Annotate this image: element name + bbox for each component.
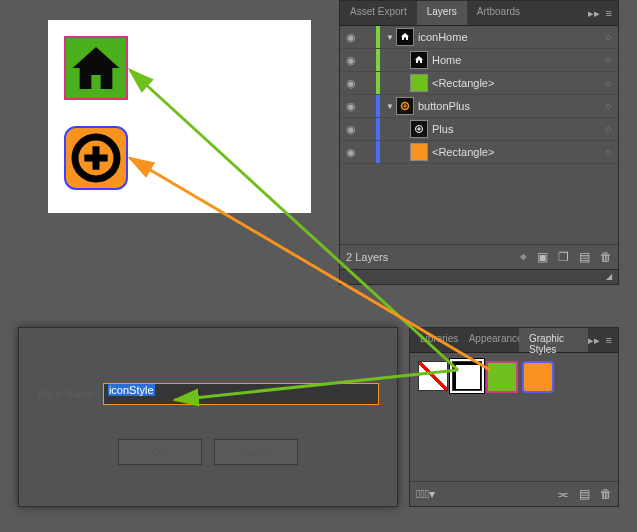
layer-thumb (396, 28, 414, 46)
visibility-icon[interactable]: ◉ (340, 100, 362, 113)
new-layer-icon[interactable]: ▤ (579, 250, 590, 264)
tab-graphic-styles[interactable]: Graphic Styles (519, 328, 588, 352)
layer-row[interactable]: ◉ ▼ buttonPlus ○ (340, 95, 618, 118)
target-icon[interactable]: ○ (598, 31, 618, 43)
twisty-icon[interactable]: ▼ (384, 102, 396, 111)
icon-home-art[interactable] (64, 36, 128, 100)
layer-name[interactable]: <Rectangle> (432, 77, 598, 89)
libraries-menu-icon[interactable]: �⃞⃞▾ (416, 487, 435, 501)
layer-row[interactable]: ◉ ▼ iconHome ○ (340, 26, 618, 49)
style-name-input[interactable]: iconStyle (103, 383, 379, 405)
swatch-default[interactable] (452, 361, 482, 391)
panel-menu-icon[interactable]: ≡ (606, 7, 612, 19)
tab-layers[interactable]: Layers (417, 1, 467, 25)
tab-libraries[interactable]: Libraries (410, 328, 459, 352)
trash-icon[interactable]: 🗑 (600, 487, 612, 501)
layer-thumb (410, 143, 428, 161)
graphic-style-options-dialog: Graphic Style Options Style Name: iconSt… (18, 327, 398, 507)
ok-button[interactable]: OK (118, 439, 202, 465)
visibility-icon[interactable]: ◉ (340, 54, 362, 67)
button-plus-art[interactable] (64, 126, 128, 190)
layer-thumb (396, 97, 414, 115)
trash-icon[interactable]: 🗑 (600, 250, 612, 264)
layer-row[interactable]: ◉ Plus ○ (340, 118, 618, 141)
layer-name[interactable]: <Rectangle> (432, 146, 598, 158)
visibility-icon[interactable]: ◉ (340, 146, 362, 159)
locate-icon[interactable]: ⌖ (520, 250, 527, 264)
layer-count: 2 Layers (346, 251, 388, 263)
styles-footer: �⃞⃞▾ ⫘ ▤ 🗑 (410, 481, 618, 506)
tab-artboards[interactable]: Artboards (467, 1, 530, 25)
tab-appearance[interactable]: Appearance (459, 328, 519, 352)
styles-tabs: Libraries Appearance Graphic Styles ▸▸ ≡ (410, 328, 618, 353)
panel-tabs: Asset Export Layers Artboards ▸▸ ≡ (340, 1, 618, 26)
layer-name[interactable]: Plus (432, 123, 598, 135)
target-icon[interactable]: ○ (598, 77, 618, 89)
new-style-icon[interactable]: ▤ (579, 487, 590, 501)
layers-panel: Asset Export Layers Artboards ▸▸ ≡ ◉ ▼ i… (339, 0, 619, 285)
layer-name[interactable]: buttonPlus (418, 100, 598, 112)
collapse-handle[interactable]: ◢ (340, 269, 618, 284)
layer-row[interactable]: ◉ <Rectangle> ○ (340, 72, 618, 95)
cancel-button[interactable]: Cancel (214, 439, 298, 465)
flyout-icon[interactable]: ▸▸ (588, 7, 600, 20)
layer-list: ◉ ▼ iconHome ○ ◉ Home ○ ◉ <Rectangle> ○ … (340, 26, 618, 164)
tab-asset-export[interactable]: Asset Export (340, 1, 417, 25)
target-icon[interactable]: ○ (598, 54, 618, 66)
layer-row[interactable]: ◉ Home ○ (340, 49, 618, 72)
layer-thumb (410, 51, 428, 69)
target-icon[interactable]: ○ (598, 146, 618, 158)
swatch-icon-style-orange[interactable] (522, 361, 554, 393)
layer-row[interactable]: ◉ <Rectangle> ○ (340, 141, 618, 164)
twisty-icon[interactable]: ▼ (384, 33, 396, 42)
artboard (48, 20, 311, 213)
new-sublayer-icon[interactable]: ❐ (558, 250, 569, 264)
target-icon[interactable]: ○ (598, 123, 618, 135)
break-link-icon[interactable]: ⫘ (557, 487, 569, 501)
panel-menu-icon[interactable]: ≡ (606, 334, 612, 346)
graphic-styles-panel: Libraries Appearance Graphic Styles ▸▸ ≡… (409, 327, 619, 507)
visibility-icon[interactable]: ◉ (340, 31, 362, 44)
dialog-title: Graphic Style Options (19, 328, 397, 383)
swatch-none[interactable] (418, 361, 448, 391)
visibility-icon[interactable]: ◉ (340, 77, 362, 90)
layer-thumb (410, 74, 428, 92)
target-icon[interactable]: ○ (598, 100, 618, 112)
swatch-list (410, 353, 618, 401)
swatch-icon-style-green[interactable] (486, 361, 518, 393)
flyout-icon[interactable]: ▸▸ (588, 334, 600, 347)
layer-thumb (410, 120, 428, 138)
layers-footer: 2 Layers ⌖ ▣ ❐ ▤ 🗑 (340, 244, 618, 269)
make-clip-icon[interactable]: ▣ (537, 250, 548, 264)
layer-name[interactable]: Home (432, 54, 598, 66)
visibility-icon[interactable]: ◉ (340, 123, 362, 136)
layer-name[interactable]: iconHome (418, 31, 598, 43)
style-name-label: Style Name: (37, 388, 97, 400)
